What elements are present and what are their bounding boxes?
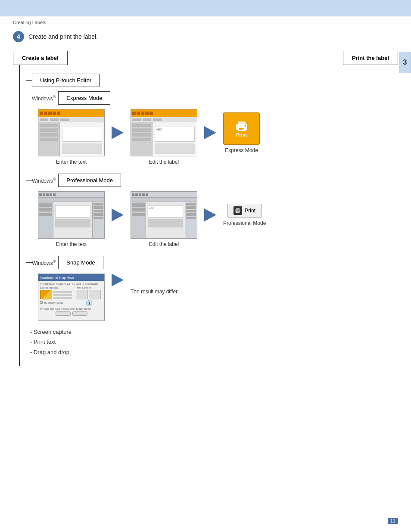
pr4: [93, 213, 103, 216]
express-print-icon: [234, 119, 250, 132]
snap-check1: [40, 301, 43, 304]
express-mode-section: Windows® Express Mode: [26, 91, 398, 165]
print-label-box: Print the label: [343, 51, 398, 65]
t2-dot5: [149, 112, 153, 115]
pt-dot1: [39, 193, 42, 196]
pl3: [39, 213, 52, 216]
pr2: [93, 206, 103, 209]
snap-options: [53, 291, 72, 299]
snap-line3: [53, 297, 72, 299]
arrow-icon-5: [112, 274, 124, 286]
pro-canvas-text: ABC: [148, 206, 183, 210]
arrow-shape-3: [109, 208, 126, 221]
pro-edit-screen: ABC: [131, 191, 197, 239]
lrow6: [132, 128, 151, 132]
snap-desc: The following functions can be used in S…: [40, 283, 103, 285]
express-main-2: ABC: [153, 122, 197, 156]
pro-mode-print-label: Professional Mode: [223, 220, 266, 226]
p-touch-editor-box: Using P-touch Editor: [32, 74, 100, 87]
snap-qr-text: QR: Click /Ruff result to review or the …: [40, 308, 103, 310]
windows-label-snap: Windows®: [32, 259, 56, 266]
pro-print-button[interactable]: Print: [227, 204, 262, 218]
express-edit-caption: Edit the label: [149, 159, 179, 165]
express-menu-1: [38, 117, 104, 122]
pro-print-col: Print Professional Mode: [223, 204, 266, 235]
arrow-5: [105, 274, 131, 304]
express-enter-text-block: Enter the text: [38, 109, 105, 165]
pro-enter-screen: [38, 191, 105, 239]
lrow2: [40, 128, 58, 132]
snap-mode-section: Windows® Snap Mode Installation of Snap …: [26, 256, 398, 357]
arrow-shape-2: [202, 126, 219, 139]
express-menu-2: [131, 117, 197, 122]
lrow4: [40, 138, 58, 141]
express-enter-caption: Enter the text: [56, 159, 87, 165]
svg-rect-4: [239, 129, 243, 130]
m2-dot3: [153, 118, 162, 121]
snap-img2: [89, 290, 101, 299]
pro-menu-1: [38, 198, 104, 202]
pr6: [186, 203, 196, 205]
snap-print-row: [76, 290, 103, 299]
pro-mode-row: Windows® Professional Mode: [26, 174, 398, 187]
snap-result-col: The result may differ.: [131, 274, 179, 295]
express-preview-2: [155, 143, 195, 154]
pl4: [132, 203, 145, 207]
pro-menu-2: [131, 198, 197, 202]
express-mode-box: Express Mode: [58, 91, 110, 105]
m2-dot2: [143, 118, 151, 121]
pl1: [39, 203, 52, 207]
express-toolbar-1: [38, 109, 104, 117]
lrow7: [132, 133, 151, 137]
pr5: [93, 217, 103, 219]
step-row: 4 Create and print the label.: [0, 27, 411, 47]
pl6: [132, 213, 145, 216]
pt2-dot4: [142, 193, 145, 196]
arrow-shape-5: [109, 274, 126, 286]
snap-result-text: The result may differ.: [131, 289, 179, 295]
printer-svg-express: [234, 120, 249, 132]
snap-title-text: Installation of Snap Mode: [40, 276, 74, 279]
t2-dot2: [137, 112, 140, 115]
express-screen-body-2: ABC: [131, 122, 197, 156]
snap-btn2: [72, 311, 87, 316]
pro-mode-box: Professional Mode: [58, 174, 121, 187]
express-print-button[interactable]: Print: [223, 112, 260, 145]
express-canvas-2: ABC: [155, 127, 195, 142]
snap-mode-row: Windows® Snap Mode: [26, 256, 398, 269]
snap-body: The following functions can be used in S…: [38, 281, 104, 317]
snap-screens-row: Installation of Snap Mode The following …: [38, 274, 398, 321]
snap-screen-block: Installation of Snap Mode The following …: [38, 274, 105, 321]
t-dot4: [53, 112, 56, 115]
pt-dot2: [43, 193, 45, 196]
arrow-shape-1: [109, 126, 126, 139]
arrow-shape-4: [202, 208, 219, 221]
t2-dot4: [145, 112, 149, 115]
vertical-line: [19, 65, 20, 366]
arrow-icon-4: [204, 208, 216, 221]
page-number-box: 11: [388, 518, 398, 524]
snap-source-label: Source Options: [40, 286, 75, 289]
pr8: [186, 210, 196, 212]
m-dot1: [40, 118, 48, 121]
snap-checkboxes: Try Snap/Pre-Setup: [40, 301, 75, 304]
top-labels-row: Create a label Print the label: [13, 51, 398, 65]
pl2: [39, 208, 52, 212]
main-layout: Using P-touch Editor Windows® Express Mo…: [13, 65, 398, 366]
pro-left-1: [38, 202, 53, 238]
bullet-1: - Screen capture: [30, 327, 398, 337]
step-label: Create and print the label.: [28, 33, 98, 40]
lrow1: [40, 124, 58, 127]
arrow-3: [105, 208, 131, 230]
pro-screens-row: Enter the text: [38, 191, 398, 247]
pt-dot3: [46, 193, 49, 196]
express-toolbar-2: [131, 109, 197, 117]
snap-line1: [53, 291, 72, 293]
svg-rect-1: [238, 121, 246, 125]
t-dot: [40, 112, 43, 115]
m-dot3: [60, 118, 69, 121]
express-left-panel-2: [131, 122, 153, 156]
snap-source-row: [40, 290, 75, 299]
pro-toolbar-1: [38, 192, 104, 198]
arrow-icon-2: [204, 126, 216, 139]
